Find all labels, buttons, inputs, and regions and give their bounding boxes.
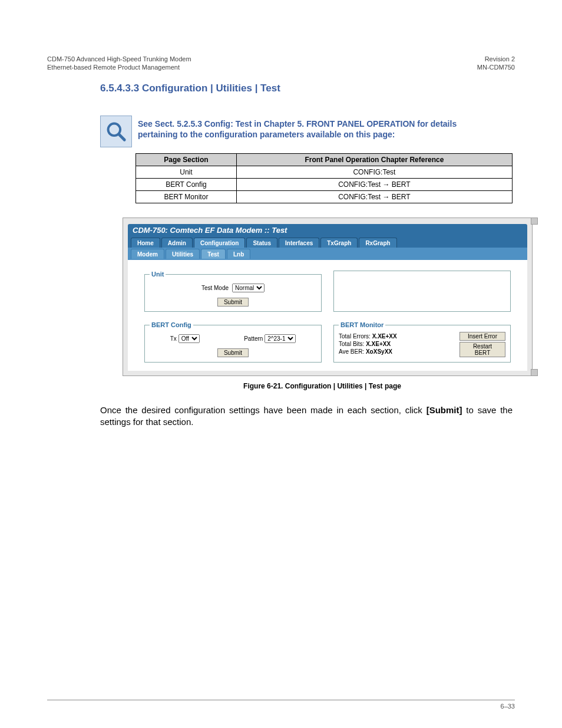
tab-txgraph[interactable]: TxGraph — [320, 238, 358, 248]
arrow-right-icon: → — [383, 180, 390, 189]
bert-config-legend: BERT Config — [150, 321, 193, 328]
svg-line-1 — [119, 134, 125, 140]
unit-fieldset: Unit Test Mode Normal Submit — [144, 271, 322, 312]
test-mode-select[interactable]: Normal — [232, 284, 265, 292]
total-bits-value: X.XE+XX — [366, 341, 391, 347]
pattern-select[interactable]: 2^23-1 — [265, 334, 296, 343]
sub-tabs: Modem Utilities Test Lnb — [128, 248, 527, 260]
tab-interfaces[interactable]: Interfaces — [279, 238, 319, 248]
table-row: BERT Config CONFIG:Test → BERT — [136, 179, 513, 191]
table-row: BERT Monitor CONFIG:Test → BERT — [136, 191, 513, 203]
insert-error-button[interactable]: Insert Error — [459, 332, 505, 341]
tab-lnb[interactable]: Lnb — [227, 249, 250, 259]
magnify-icon — [100, 116, 132, 147]
tx-select[interactable]: Off — [178, 334, 200, 343]
total-bits-label: Total Bits: — [339, 341, 364, 347]
restart-bert-button[interactable]: Restart BERT — [459, 342, 505, 357]
ref-th-0: Page Section — [136, 154, 237, 166]
bert-monitor-legend: BERT Monitor — [339, 321, 385, 328]
tab-home[interactable]: Home — [131, 238, 160, 248]
embedded-screenshot: CDM-750: Comtech EF Data Modem :: Test H… — [123, 218, 533, 376]
page-number: 6–33 — [501, 703, 515, 710]
pattern-label: Pattern — [244, 335, 263, 342]
tab-test[interactable]: Test — [201, 249, 226, 259]
bert-config-fieldset: BERT Config Tx Off Pattern 2^23-1 Submit — [144, 321, 322, 363]
window-title: CDM-750: Comtech EF Data Modem :: Test — [128, 224, 527, 236]
tab-status[interactable]: Status — [246, 238, 277, 248]
bert-submit-button[interactable]: Submit — [217, 348, 249, 357]
reference-table: Page Section Front Panel Operation Chapt… — [135, 153, 513, 203]
total-errors-label: Total Errors: — [339, 333, 371, 340]
table-row: Unit CONFIG:Test — [136, 166, 513, 179]
tab-modem[interactable]: Modem — [131, 249, 164, 259]
top-tabs: Home Admin Configuration Status Interfac… — [128, 236, 527, 248]
head-note: See Sect. 5.2.5.3 Config: Test in Chapte… — [138, 119, 491, 140]
ave-ber-value: XoXSyXX — [366, 348, 392, 355]
running-header-2: Ethernet-based Remote Product Management… — [47, 64, 515, 71]
running-header2-left: Ethernet-based Remote Product Management — [47, 64, 180, 71]
tab-utilities[interactable]: Utilities — [166, 249, 200, 259]
ref-th-1: Front Panel Operation Chapter Reference — [236, 154, 512, 166]
running-header-left: CDM-750 Advanced High-Speed Trunking Mod… — [47, 55, 191, 62]
unit-submit-button[interactable]: Submit — [217, 298, 249, 307]
tab-admin[interactable]: Admin — [161, 238, 193, 248]
figure-caption: Figure 6-21. Configuration | Utilities |… — [123, 382, 522, 390]
section-title: 6.5.4.3.3 Configuration | Utilities | Te… — [100, 83, 515, 94]
empty-panel — [333, 271, 511, 312]
tx-label: Tx — [170, 335, 177, 342]
ave-ber-label: Ave BER: — [339, 348, 364, 355]
running-header: CDM-750 Advanced High-Speed Trunking Mod… — [47, 55, 515, 62]
arrow-right-icon: → — [383, 193, 390, 201]
unit-legend: Unit — [150, 271, 166, 278]
running-header2-right: MN-CDM750 — [477, 64, 515, 71]
tab-rxgraph[interactable]: RxGraph — [359, 238, 396, 248]
total-errors-value: X.XE+XX — [372, 333, 397, 340]
body-paragraph: Once the desired configuration settings … — [100, 404, 513, 429]
running-header-right: Revision 2 — [485, 55, 515, 62]
bert-monitor-fieldset: BERT Monitor Total Errors: X.XE+XX Total… — [333, 321, 511, 363]
page-footer: 6–33 — [47, 700, 515, 710]
tab-configuration[interactable]: Configuration — [194, 238, 246, 248]
test-mode-label: Test Mode — [201, 285, 229, 291]
